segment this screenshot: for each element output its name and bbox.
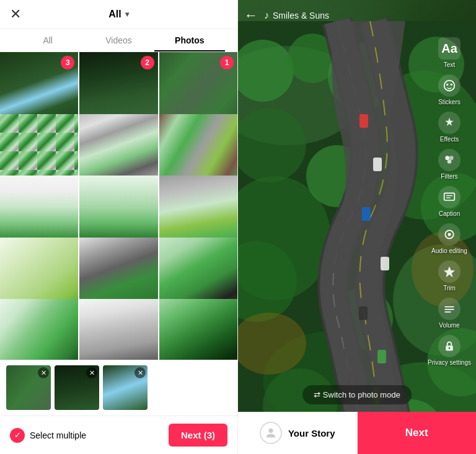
tool-trim-label: Trim: [443, 285, 456, 292]
music-icon: ♪: [264, 10, 269, 21]
remove-thumb-3[interactable]: ✕: [134, 367, 146, 378]
svg-point-30: [445, 156, 449, 160]
dropdown-label: All: [108, 9, 121, 20]
tool-caption-label: Caption: [439, 210, 460, 217]
svg-point-37: [447, 233, 451, 236]
next-button-left[interactable]: Next (3): [169, 424, 227, 447]
next-button-right[interactable]: Next: [358, 412, 477, 454]
svg-point-32: [447, 159, 452, 164]
selected-thumb-2[interactable]: ✕: [55, 365, 99, 410]
svg-point-29: [451, 84, 452, 86]
photo-grid: 3 2 1: [0, 52, 237, 360]
audio-editing-icon: [438, 223, 461, 246]
your-story-button[interactable]: Your Story: [238, 412, 358, 454]
svg-point-27: [444, 81, 455, 91]
tool-audio-editing[interactable]: Audio editing: [431, 223, 467, 254]
svg-rect-20: [373, 158, 382, 171]
text-icon: Aa: [438, 37, 461, 60]
tool-volume[interactable]: Volume: [438, 298, 461, 329]
stickers-icon: [438, 74, 461, 97]
selection-badge-2: 2: [141, 56, 154, 69]
right-header: ← ♪ Smiles & Suns: [238, 0, 476, 31]
tool-stickers-label: Stickers: [438, 99, 461, 105]
filters-icon: [438, 149, 461, 171]
trim-icon: [438, 260, 461, 283]
volume-icon: [438, 298, 461, 320]
tab-videos[interactable]: Videos: [83, 29, 154, 51]
tool-stickers[interactable]: Stickers: [438, 74, 461, 105]
svg-rect-22: [381, 257, 389, 270]
photo-cell-14[interactable]: [79, 299, 157, 360]
effects-icon: [438, 112, 461, 134]
tool-trim[interactable]: Trim: [438, 260, 461, 292]
song-title: Smiles & Suns: [273, 11, 470, 20]
photo-cell-13[interactable]: [0, 299, 78, 360]
tool-text-label: Text: [444, 61, 455, 68]
tool-volume-label: Volume: [439, 322, 459, 329]
filter-dropdown[interactable]: All ▾: [108, 9, 128, 20]
close-button[interactable]: ✕: [10, 6, 21, 22]
media-tabs: All Videos Photos: [0, 29, 237, 52]
selection-badge-3: 1: [220, 56, 234, 69]
privacy-icon: [438, 335, 461, 357]
svg-rect-24: [377, 350, 386, 363]
back-button[interactable]: ←: [244, 7, 258, 24]
right-tools: Aa Text Stickers Effects: [428, 37, 471, 366]
select-multiple-toggle[interactable]: ✓ Select multiple: [10, 428, 169, 443]
remove-thumb-1[interactable]: ✕: [38, 367, 49, 378]
tool-filters-label: Filters: [441, 173, 457, 180]
svg-rect-23: [359, 306, 368, 320]
checkmark-icon: ✓: [10, 428, 25, 443]
story-avatar-icon: [260, 422, 282, 444]
tool-privacy[interactable]: Privacy settings: [428, 335, 471, 366]
chevron-down-icon: ▾: [125, 10, 129, 19]
right-panel: ← ♪ Smiles & Suns Aa Text Stickers: [238, 0, 476, 454]
svg-rect-33: [444, 193, 455, 200]
left-header: ✕ All ▾: [0, 0, 237, 29]
selected-strip: ✕ ✕ ✕: [0, 360, 237, 416]
svg-rect-21: [362, 207, 371, 221]
selected-thumb-3[interactable]: ✕: [103, 365, 148, 410]
select-multiple-label: Select multiple: [30, 430, 86, 440]
svg-point-43: [268, 429, 273, 433]
tool-effects[interactable]: Effects: [438, 112, 461, 143]
tab-photos[interactable]: Photos: [154, 29, 225, 51]
tool-filters[interactable]: Filters: [438, 149, 461, 180]
left-footer: ✓ Select multiple Next (3): [0, 416, 237, 454]
selected-thumb-1[interactable]: ✕: [6, 365, 51, 410]
tool-effects-label: Effects: [440, 136, 459, 143]
right-footer: Your Story Next: [238, 412, 476, 454]
svg-point-31: [449, 156, 454, 160]
left-panel: ✕ All ▾ All Videos Photos 3 2 1: [0, 0, 238, 454]
svg-point-42: [449, 347, 451, 349]
tab-all[interactable]: All: [12, 29, 83, 51]
photo-cell-15[interactable]: [159, 299, 237, 360]
tool-caption[interactable]: Caption: [438, 186, 461, 217]
switch-to-photo-button[interactable]: ⇄ Switch to photo mode: [302, 385, 412, 404]
tool-privacy-label: Privacy settings: [428, 359, 471, 366]
caption-icon: [438, 186, 461, 208]
your-story-label: Your Story: [288, 428, 335, 438]
remove-thumb-2[interactable]: ✕: [86, 367, 97, 378]
svg-point-28: [446, 84, 448, 86]
tool-text[interactable]: Aa Text: [438, 37, 461, 68]
tool-audio-label: Audio editing: [431, 247, 467, 254]
svg-rect-19: [359, 114, 368, 128]
